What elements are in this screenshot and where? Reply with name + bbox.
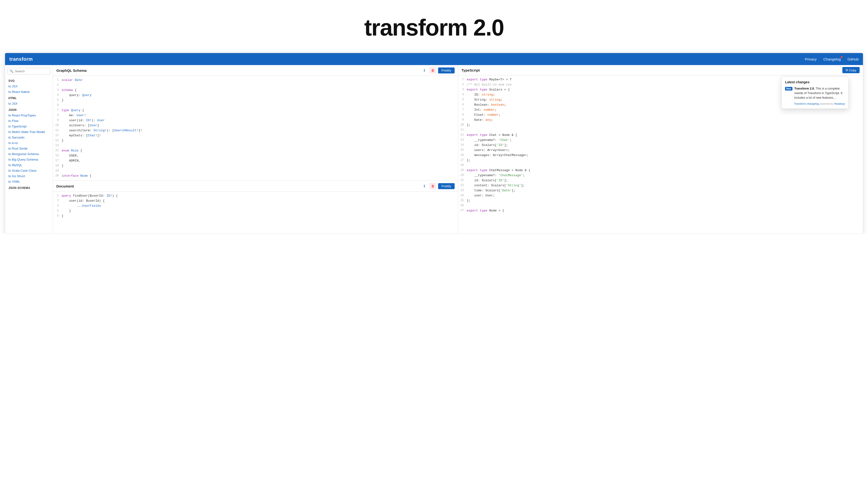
sidebar-item-json-to-scala[interactable]: to Scala Case Class bbox=[5, 168, 53, 173]
code-line: 19 bbox=[53, 169, 458, 174]
sidebar-item-svg-to-jsx[interactable]: to JSX bbox=[5, 84, 53, 89]
sidebar-item-json-to-mysql[interactable]: to MySQL bbox=[5, 162, 53, 168]
changelog-link[interactable]: Transform changelog bbox=[794, 102, 819, 105]
code-line: 27export type Node = { bbox=[458, 208, 863, 214]
nav-link-changelog[interactable]: Changelog bbox=[824, 57, 841, 61]
code-line: 19export type ChatMessage = Node & { bbox=[458, 168, 863, 173]
code-line: 9 user(id: ID!): User bbox=[53, 118, 458, 123]
document-info-btn[interactable]: ℹ bbox=[421, 183, 428, 190]
code-line: 2 bbox=[53, 83, 458, 88]
document-code: 1query findUser($userId: ID!) { 2 user(i… bbox=[53, 192, 458, 234]
graphql-schema-header: GraphQL Schema ℹ 🗑 Prettify bbox=[53, 65, 458, 76]
code-line: 4 query: Query bbox=[53, 93, 458, 98]
code-line: 25}; bbox=[458, 198, 863, 203]
code-line: 13} bbox=[53, 138, 458, 143]
graphql-schema-delete-btn[interactable]: 🗑 bbox=[429, 67, 436, 74]
changelog-footer: Transform changelog powered by Headway bbox=[785, 102, 845, 105]
sidebar-item-json-to-mongoose[interactable]: to Mongoose Schema bbox=[5, 151, 53, 157]
sidebar-item-json-to-mobx[interactable]: to MobX-State-Tree Model bbox=[5, 129, 53, 135]
code-line: 20 __typename?: 'ChatMessage'; bbox=[458, 173, 863, 178]
new-badge: New bbox=[785, 87, 793, 90]
code-line: 10}; bbox=[458, 123, 863, 128]
code-line: 13 __typename?: 'Chat'; bbox=[458, 138, 863, 143]
code-line: 12 myChats: [Chat!]! bbox=[53, 133, 458, 138]
graphql-schema-prettify-btn[interactable]: Prettify bbox=[438, 67, 454, 74]
sidebar-item-json-to-react-proptypes[interactable]: to React PropTypes bbox=[5, 113, 53, 118]
sidebar: 🔍 SVG to JSX to React Native HTML to JSX… bbox=[5, 65, 53, 234]
document-panel: Document ℹ 🗑 Prettify 1query findUser($u… bbox=[53, 181, 458, 234]
code-line: 2 user(id: $userId) { bbox=[53, 199, 458, 204]
headway-link[interactable]: Headway bbox=[834, 102, 845, 105]
code-line: 1scalar Date bbox=[53, 78, 458, 83]
nav-link-github[interactable]: GitHub bbox=[847, 57, 859, 61]
code-line: 3schema { bbox=[53, 88, 458, 93]
code-line: 20interface Node { bbox=[53, 174, 458, 179]
code-line: 4 } bbox=[53, 208, 458, 214]
graphql-schema-title: GraphQL Schema bbox=[56, 68, 87, 73]
search-box[interactable]: 🔍 bbox=[7, 68, 50, 75]
document-title: Document bbox=[56, 184, 74, 188]
app-shell: transform Privacy Changelog GitHub 🔍 SVG… bbox=[5, 53, 863, 234]
sidebar-item-json-to-flow[interactable]: to Flow bbox=[5, 118, 53, 124]
code-line: 15enum Role { bbox=[53, 148, 458, 153]
nav-links: Privacy Changelog GitHub bbox=[805, 57, 859, 61]
code-line: 16 USER, bbox=[53, 153, 458, 159]
copy-label: Copy bbox=[849, 68, 856, 72]
sidebar-group-json: JSON bbox=[5, 106, 53, 113]
code-line: 3 ...UserFields bbox=[53, 204, 458, 208]
sidebar-item-json-to-typescript[interactable]: to TypeScript bbox=[5, 124, 53, 129]
nav-brand: transform bbox=[9, 56, 33, 62]
sidebar-group-html: HTML bbox=[5, 94, 53, 101]
editor-area: GraphQL Schema ℹ 🗑 Prettify 1scalar Date… bbox=[53, 65, 863, 234]
code-line: 7type Query { bbox=[53, 108, 458, 113]
code-line: 21 id: Scalars['ID']; bbox=[458, 178, 863, 183]
sidebar-item-json-to-io-ts[interactable]: to io-ts bbox=[5, 140, 53, 146]
sidebar-group-json-schema: JSON Schema bbox=[5, 184, 53, 191]
sidebar-item-svg-to-react-native[interactable]: to React Native bbox=[5, 89, 53, 94]
code-line: 8 Float: number; bbox=[458, 113, 863, 118]
nav-link-privacy[interactable]: Privacy bbox=[805, 57, 817, 61]
graphql-schema-actions: ℹ 🗑 Prettify bbox=[421, 67, 454, 74]
code-line: 15 users: Array<User>; bbox=[458, 148, 863, 153]
editors-row: GraphQL Schema ℹ 🗑 Prettify 1scalar Date… bbox=[53, 65, 863, 234]
code-line: 10 allUsers: [User] bbox=[53, 123, 458, 128]
code-line: 18 bbox=[458, 163, 863, 168]
code-line: 5} bbox=[53, 98, 458, 103]
typescript-title: TypeScript bbox=[462, 68, 480, 72]
typescript-panel: TypeScript ⧉ Copy 1export type Maybe<T> … bbox=[458, 65, 863, 234]
graphql-schema-info-btn[interactable]: ℹ bbox=[421, 67, 428, 74]
code-line: 18} bbox=[53, 164, 458, 169]
changelog-entry: New Transform 2.0. This is a complete re… bbox=[785, 86, 845, 100]
sidebar-item-json-to-go-struct[interactable]: to Go Struct bbox=[5, 173, 53, 179]
sidebar-item-json-to-yaml[interactable]: to YAML bbox=[5, 179, 53, 184]
hero-title: transform 2.0 bbox=[0, 15, 868, 41]
hero-section: transform 2.0 bbox=[0, 0, 868, 53]
code-line: 14 id: Scalars['ID']; bbox=[458, 143, 863, 148]
sidebar-item-html-to-jsx[interactable]: to JSX bbox=[5, 101, 53, 106]
document-header: Document ℹ 🗑 Prettify bbox=[53, 181, 458, 192]
typescript-header: TypeScript ⧉ Copy bbox=[458, 65, 863, 75]
search-input[interactable] bbox=[15, 69, 48, 73]
code-line: 23 time: Scalars['Date']; bbox=[458, 188, 863, 193]
sidebar-item-json-to-bigquery[interactable]: to Big Query Schema bbox=[5, 157, 53, 162]
changelog-entry-title: Transform 2.0. bbox=[795, 87, 815, 90]
changelog-popup: Latest changes New Transform 2.0. This i… bbox=[781, 77, 848, 109]
copy-icon: ⧉ bbox=[846, 68, 848, 72]
sidebar-item-json-to-sarcastic[interactable]: to Sarcastic bbox=[5, 135, 53, 140]
code-line: 5} bbox=[53, 214, 458, 219]
document-prettify-btn[interactable]: Prettify bbox=[438, 183, 454, 189]
navbar: transform Privacy Changelog GitHub bbox=[5, 53, 863, 65]
changelog-popup-title: Latest changes bbox=[785, 80, 845, 84]
document-delete-btn[interactable]: 🗑 bbox=[429, 183, 436, 190]
left-column: GraphQL Schema ℹ 🗑 Prettify 1scalar Date… bbox=[53, 65, 458, 234]
code-line: 6 bbox=[53, 103, 458, 108]
code-line: 17 ADMIN, bbox=[53, 159, 458, 164]
sidebar-item-json-to-rust-serde[interactable]: to Rust Serde bbox=[5, 146, 53, 151]
code-line: 1query findUser($userId: ID!) { bbox=[53, 194, 458, 199]
code-line: 8 me: User! bbox=[53, 113, 458, 118]
graphql-schema-code: 1scalar Date 2 3schema { 4 query: Query … bbox=[53, 76, 458, 180]
code-line: 11 bbox=[458, 128, 863, 133]
code-line: 14 bbox=[53, 143, 458, 148]
code-line: 9 Date: any; bbox=[458, 118, 863, 123]
copy-button[interactable]: ⧉ Copy bbox=[842, 67, 860, 73]
